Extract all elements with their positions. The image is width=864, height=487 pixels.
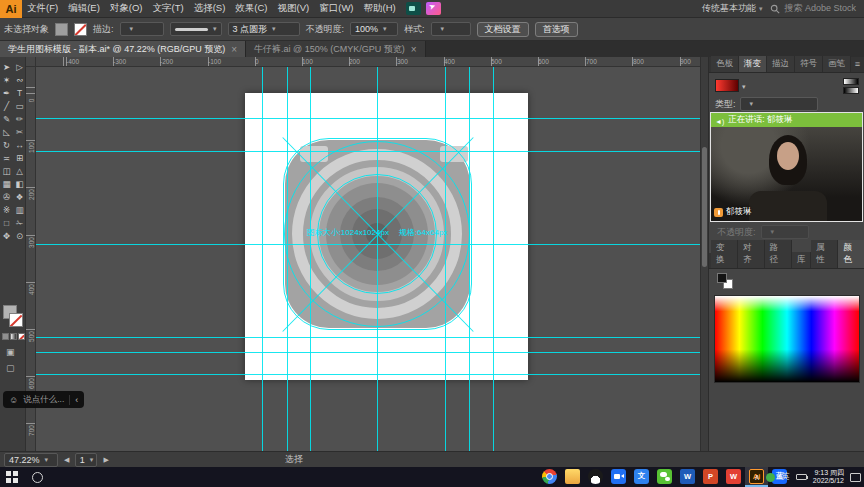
meeting-video-window[interactable]: 正在讲话: 郁筱琳 郁筱琳 bbox=[710, 112, 863, 222]
document-tab[interactable]: 牛仔裤.ai @ 150% (CMYK/GPU 预览) × bbox=[246, 41, 426, 57]
menu-item[interactable]: 文件(F) bbox=[22, 2, 63, 15]
vertical-scrollbar[interactable] bbox=[700, 57, 708, 451]
tray-status-icon[interactable] bbox=[766, 473, 775, 482]
rotate-tool[interactable]: ↻ bbox=[0, 138, 13, 151]
taskbar-app-explorer[interactable] bbox=[561, 467, 584, 487]
panel-tab[interactable]: 变换 bbox=[711, 240, 738, 268]
notification-center-icon[interactable] bbox=[850, 473, 861, 482]
document-setup-button[interactable]: 文档设置 bbox=[477, 22, 529, 37]
workspace-switcher[interactable]: 传统基本功能 bbox=[702, 2, 763, 15]
taskbar-app-chrome[interactable] bbox=[538, 467, 561, 487]
horizontal-ruler[interactable]: -400-300-200-100010020030040050060070080… bbox=[36, 57, 700, 67]
slice-tool[interactable]: ✁ bbox=[13, 216, 26, 229]
panel-tab[interactable]: 描边 bbox=[767, 56, 795, 72]
emoji-icon[interactable] bbox=[9, 394, 18, 405]
magic-wand-tool[interactable]: ✶ bbox=[0, 73, 13, 86]
menu-item[interactable]: 帮助(H) bbox=[359, 2, 401, 15]
menu-item[interactable]: 选择(S) bbox=[189, 2, 231, 15]
color-fill-swatch[interactable] bbox=[717, 273, 727, 283]
taskbar-app-powerpoint[interactable]: P bbox=[699, 467, 722, 487]
symbol-sprayer-tool[interactable]: ※ bbox=[0, 203, 13, 216]
stock-search[interactable]: 搜索 Adobe Stock bbox=[770, 2, 856, 15]
menu-item[interactable]: 文字(T) bbox=[148, 2, 189, 15]
gradient-preset-chip[interactable] bbox=[843, 78, 859, 85]
scissors-tool[interactable]: ✂ bbox=[13, 125, 26, 138]
gradient-mode-button[interactable] bbox=[10, 333, 17, 340]
shape-builder-tool[interactable]: ◫ bbox=[0, 164, 13, 177]
document-tab[interactable]: 学生用图标模版 - 副本.ai* @ 47.22% (RGB/GPU 预览) × bbox=[0, 41, 246, 57]
guide-horizontal[interactable] bbox=[36, 352, 700, 353]
selection-tool[interactable]: ➤ bbox=[0, 60, 13, 73]
artboard-navigation-field[interactable]: 1 bbox=[75, 453, 97, 467]
hand-tool[interactable]: ✥ bbox=[0, 229, 13, 242]
panel-tab[interactable]: 颜色 bbox=[838, 240, 864, 268]
blend-tool[interactable]: ❖ bbox=[13, 190, 26, 203]
taskbar-app-word[interactable]: W bbox=[676, 467, 699, 487]
scrollbar-thumb[interactable] bbox=[702, 147, 707, 267]
taskbar-app-tencent-docs[interactable]: 文 bbox=[630, 467, 653, 487]
menu-item[interactable]: 视图(V) bbox=[273, 2, 315, 15]
gradient-tool[interactable]: ◧ bbox=[13, 177, 26, 190]
panel-tab[interactable]: 库 bbox=[792, 252, 812, 268]
panel-tab[interactable]: 色板 bbox=[711, 56, 739, 72]
mesh-tool[interactable]: ▦ bbox=[0, 177, 13, 190]
panel-tab[interactable]: 画笔 bbox=[823, 56, 851, 72]
type-tool[interactable]: T bbox=[13, 86, 26, 99]
guide-horizontal[interactable] bbox=[36, 337, 700, 338]
panel-tab[interactable]: 属性 bbox=[811, 240, 838, 268]
guide-vertical[interactable] bbox=[493, 67, 494, 451]
preferences-button[interactable]: 首选项 bbox=[535, 22, 578, 37]
style-dropdown[interactable] bbox=[431, 22, 471, 36]
menu-item[interactable]: 对象(O) bbox=[105, 2, 148, 15]
menu-item[interactable]: 窗口(W) bbox=[314, 2, 358, 15]
gradient-type-dropdown[interactable] bbox=[740, 97, 818, 111]
column-graph-tool[interactable]: ▥ bbox=[13, 203, 26, 216]
draw-mode-button[interactable]: ▣ bbox=[6, 347, 15, 357]
start-button[interactable] bbox=[6, 471, 18, 483]
panel-menu-icon[interactable] bbox=[855, 59, 860, 69]
direct-selection-tool[interactable]: ▷ bbox=[13, 60, 26, 73]
panel-tab[interactable]: 对齐 bbox=[738, 240, 765, 268]
next-artboard-icon[interactable]: ▶ bbox=[103, 456, 108, 464]
line-segment-tool[interactable]: ╱ bbox=[0, 99, 13, 112]
perspective-grid-tool[interactable]: △ bbox=[13, 164, 26, 177]
width-tool[interactable]: ≍ bbox=[0, 151, 13, 164]
panel-tab[interactable]: 渐变 bbox=[739, 56, 767, 72]
gradient-reverse-chip[interactable] bbox=[843, 87, 859, 94]
pencil-tool[interactable]: ✏ bbox=[13, 112, 26, 125]
menu-item[interactable]: 效果(C) bbox=[230, 2, 272, 15]
gradient-swatch[interactable] bbox=[715, 79, 739, 92]
share-plugin-icon[interactable] bbox=[426, 2, 441, 15]
color-mode-button[interactable] bbox=[2, 333, 9, 340]
screen-mode-button[interactable]: ▢ bbox=[6, 363, 15, 373]
scale-tool[interactable]: ↔ bbox=[13, 138, 26, 151]
gradient-swatch-caret-icon[interactable] bbox=[742, 83, 746, 91]
guide-horizontal[interactable] bbox=[36, 118, 700, 119]
collapse-icon[interactable]: ‹ bbox=[69, 395, 78, 405]
rectangle-tool[interactable]: ▭ bbox=[13, 99, 26, 112]
paintbrush-tool[interactable]: ✎ bbox=[0, 112, 13, 125]
taskbar-app-tencent-meeting[interactable] bbox=[607, 467, 630, 487]
eraser-tool[interactable]: ◺ bbox=[0, 125, 13, 138]
taskbar-app-wps[interactable]: W bbox=[722, 467, 745, 487]
opacity-dropdown[interactable]: 100% bbox=[350, 22, 398, 36]
color-fill-stroke-indicator[interactable] bbox=[717, 273, 735, 291]
pen-tool[interactable]: ✒ bbox=[0, 86, 13, 99]
panel-tab[interactable]: 符号 bbox=[795, 56, 823, 72]
meeting-chat-bar[interactable]: 说点什么... ‹ bbox=[3, 391, 84, 408]
chat-input-placeholder[interactable]: 说点什么... bbox=[23, 394, 64, 406]
guide-horizontal[interactable] bbox=[36, 374, 700, 375]
stroke-weight-dropdown[interactable] bbox=[120, 22, 164, 36]
eyedropper-tool[interactable]: ✇ bbox=[0, 190, 13, 203]
guide-vertical[interactable] bbox=[262, 67, 263, 451]
tab-close-icon[interactable]: × bbox=[231, 44, 237, 55]
width-profile-dropdown[interactable] bbox=[170, 22, 222, 36]
color-spectrum[interactable] bbox=[714, 295, 860, 383]
fill-color-swatch[interactable] bbox=[55, 23, 68, 36]
zoom-level-dropdown[interactable]: 47.22% bbox=[4, 453, 58, 467]
previous-artboard-icon[interactable]: ◀ bbox=[64, 456, 69, 464]
lasso-tool[interactable]: ∾ bbox=[13, 73, 26, 86]
battery-icon[interactable] bbox=[796, 474, 807, 480]
canvas[interactable]: 图标大小:1024x1024px 规格:64x64px bbox=[36, 67, 700, 451]
taskbar-app-qq[interactable] bbox=[584, 467, 607, 487]
